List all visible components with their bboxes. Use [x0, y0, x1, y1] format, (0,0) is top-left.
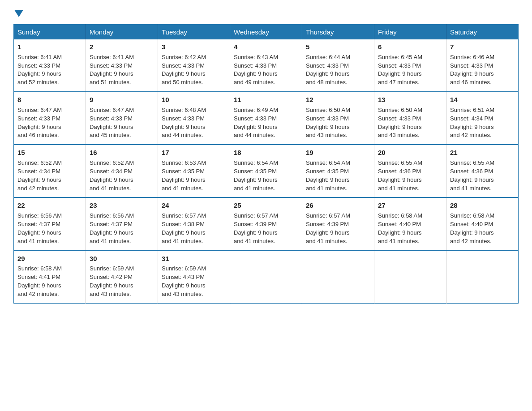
day-number: 21	[450, 148, 515, 158]
day-info: Sunrise: 6:56 AM Sunset: 4:37 PM Dayligh…	[17, 212, 82, 245]
logo-arrow-icon	[14, 10, 23, 17]
calendar-cell: 2 Sunrise: 6:41 AM Sunset: 4:33 PM Dayli…	[86, 39, 158, 92]
calendar-week-row: 22 Sunrise: 6:56 AM Sunset: 4:37 PM Dayl…	[14, 197, 519, 250]
calendar-cell: 3 Sunrise: 6:42 AM Sunset: 4:33 PM Dayli…	[158, 39, 230, 92]
calendar-cell: 10 Sunrise: 6:48 AM Sunset: 4:33 PM Dayl…	[158, 92, 230, 145]
day-info: Sunrise: 6:54 AM Sunset: 4:35 PM Dayligh…	[234, 159, 298, 193]
calendar-cell: 7 Sunrise: 6:46 AM Sunset: 4:33 PM Dayli…	[446, 39, 519, 92]
day-info: Sunrise: 6:49 AM Sunset: 4:33 PM Dayligh…	[234, 106, 298, 140]
calendar-cell	[302, 251, 374, 304]
day-header-thursday: Thursday	[302, 25, 374, 40]
day-info: Sunrise: 6:57 AM Sunset: 4:38 PM Dayligh…	[162, 212, 226, 245]
day-number: 31	[162, 254, 226, 264]
day-info: Sunrise: 6:48 AM Sunset: 4:33 PM Dayligh…	[162, 106, 226, 140]
calendar-header-row: SundayMondayTuesdayWednesdayThursdayFrid…	[14, 25, 519, 40]
day-number: 16	[90, 148, 154, 158]
day-number: 4	[234, 42, 298, 52]
day-number: 18	[234, 148, 298, 158]
calendar-cell: 18 Sunrise: 6:54 AM Sunset: 4:35 PM Dayl…	[230, 145, 302, 197]
calendar-cell: 22 Sunrise: 6:56 AM Sunset: 4:37 PM Dayl…	[14, 197, 86, 250]
day-info: Sunrise: 6:56 AM Sunset: 4:37 PM Dayligh…	[90, 212, 154, 245]
day-number: 10	[162, 95, 226, 105]
calendar-cell: 24 Sunrise: 6:57 AM Sunset: 4:38 PM Dayl…	[158, 197, 230, 250]
calendar-cell: 26 Sunrise: 6:57 AM Sunset: 4:39 PM Dayl…	[302, 197, 374, 250]
day-header-monday: Monday	[86, 25, 158, 40]
day-number: 13	[378, 95, 442, 105]
calendar-cell	[446, 251, 519, 304]
calendar-cell: 15 Sunrise: 6:52 AM Sunset: 4:34 PM Dayl…	[14, 145, 86, 197]
calendar-table: SundayMondayTuesdayWednesdayThursdayFrid…	[13, 24, 519, 304]
calendar-cell	[374, 251, 446, 304]
calendar-cell: 9 Sunrise: 6:47 AM Sunset: 4:33 PM Dayli…	[86, 92, 158, 145]
day-number: 5	[306, 42, 370, 52]
calendar-cell: 13 Sunrise: 6:50 AM Sunset: 4:33 PM Dayl…	[374, 92, 446, 145]
day-header-wednesday: Wednesday	[230, 25, 302, 40]
day-info: Sunrise: 6:41 AM Sunset: 4:33 PM Dayligh…	[17, 53, 82, 87]
day-info: Sunrise: 6:57 AM Sunset: 4:39 PM Dayligh…	[306, 212, 370, 245]
calendar-cell: 5 Sunrise: 6:44 AM Sunset: 4:33 PM Dayli…	[302, 39, 374, 92]
calendar-week-row: 1 Sunrise: 6:41 AM Sunset: 4:33 PM Dayli…	[14, 39, 519, 92]
day-header-sunday: Sunday	[14, 25, 86, 40]
day-number: 30	[90, 254, 154, 264]
calendar-cell: 23 Sunrise: 6:56 AM Sunset: 4:37 PM Dayl…	[86, 197, 158, 250]
day-number: 7	[450, 42, 515, 52]
day-number: 9	[90, 95, 154, 105]
day-info: Sunrise: 6:58 AM Sunset: 4:41 PM Dayligh…	[17, 265, 82, 298]
day-number: 27	[378, 201, 442, 210]
day-number: 6	[378, 42, 442, 52]
calendar-cell	[230, 251, 302, 304]
calendar-cell: 25 Sunrise: 6:57 AM Sunset: 4:39 PM Dayl…	[230, 197, 302, 250]
day-info: Sunrise: 6:46 AM Sunset: 4:33 PM Dayligh…	[450, 53, 515, 87]
day-info: Sunrise: 6:45 AM Sunset: 4:33 PM Dayligh…	[378, 53, 442, 87]
day-info: Sunrise: 6:52 AM Sunset: 4:34 PM Dayligh…	[17, 159, 82, 193]
day-info: Sunrise: 6:55 AM Sunset: 4:36 PM Dayligh…	[378, 159, 442, 193]
day-number: 29	[17, 254, 82, 264]
day-number: 15	[17, 148, 82, 158]
calendar-cell: 11 Sunrise: 6:49 AM Sunset: 4:33 PM Dayl…	[230, 92, 302, 145]
day-number: 2	[90, 42, 154, 52]
calendar-cell: 28 Sunrise: 6:58 AM Sunset: 4:40 PM Dayl…	[446, 197, 519, 250]
calendar-cell: 30 Sunrise: 6:59 AM Sunset: 4:42 PM Dayl…	[86, 251, 158, 304]
day-number: 8	[17, 95, 82, 105]
calendar-cell: 16 Sunrise: 6:52 AM Sunset: 4:34 PM Dayl…	[86, 145, 158, 197]
day-info: Sunrise: 6:43 AM Sunset: 4:33 PM Dayligh…	[234, 53, 298, 87]
day-number: 14	[450, 95, 515, 105]
day-number: 22	[17, 201, 82, 210]
calendar-cell: 17 Sunrise: 6:53 AM Sunset: 4:35 PM Dayl…	[158, 145, 230, 197]
calendar-cell: 19 Sunrise: 6:54 AM Sunset: 4:35 PM Dayl…	[302, 145, 374, 197]
day-header-friday: Friday	[374, 25, 446, 40]
day-number: 23	[90, 201, 154, 210]
calendar-week-row: 29 Sunrise: 6:58 AM Sunset: 4:41 PM Dayl…	[14, 251, 519, 304]
page-header	[13, 9, 519, 16]
day-number: 3	[162, 42, 226, 52]
day-header-saturday: Saturday	[446, 25, 519, 40]
day-number: 25	[234, 201, 298, 210]
day-info: Sunrise: 6:47 AM Sunset: 4:33 PM Dayligh…	[90, 106, 154, 140]
day-number: 1	[17, 42, 82, 52]
calendar-week-row: 8 Sunrise: 6:47 AM Sunset: 4:33 PM Dayli…	[14, 92, 519, 145]
day-info: Sunrise: 6:50 AM Sunset: 4:33 PM Dayligh…	[378, 106, 442, 140]
day-info: Sunrise: 6:50 AM Sunset: 4:33 PM Dayligh…	[306, 106, 370, 140]
calendar-cell: 14 Sunrise: 6:51 AM Sunset: 4:34 PM Dayl…	[446, 92, 519, 145]
calendar-cell: 31 Sunrise: 6:59 AM Sunset: 4:43 PM Dayl…	[158, 251, 230, 304]
day-number: 19	[306, 148, 370, 158]
day-number: 24	[162, 201, 226, 210]
calendar-cell: 12 Sunrise: 6:50 AM Sunset: 4:33 PM Dayl…	[302, 92, 374, 145]
calendar-cell: 21 Sunrise: 6:55 AM Sunset: 4:36 PM Dayl…	[446, 145, 519, 197]
day-number: 17	[162, 148, 226, 158]
day-number: 12	[306, 95, 370, 105]
calendar-cell: 29 Sunrise: 6:58 AM Sunset: 4:41 PM Dayl…	[14, 251, 86, 304]
logo	[13, 9, 23, 16]
day-info: Sunrise: 6:59 AM Sunset: 4:43 PM Dayligh…	[162, 265, 226, 298]
calendar-cell: 27 Sunrise: 6:58 AM Sunset: 4:40 PM Dayl…	[374, 197, 446, 250]
day-info: Sunrise: 6:58 AM Sunset: 4:40 PM Dayligh…	[378, 212, 442, 245]
day-number: 20	[378, 148, 442, 158]
day-info: Sunrise: 6:58 AM Sunset: 4:40 PM Dayligh…	[450, 212, 515, 245]
day-info: Sunrise: 6:55 AM Sunset: 4:36 PM Dayligh…	[450, 159, 515, 193]
day-info: Sunrise: 6:57 AM Sunset: 4:39 PM Dayligh…	[234, 212, 298, 245]
day-info: Sunrise: 6:42 AM Sunset: 4:33 PM Dayligh…	[162, 53, 226, 87]
day-info: Sunrise: 6:54 AM Sunset: 4:35 PM Dayligh…	[306, 159, 370, 193]
calendar-cell: 20 Sunrise: 6:55 AM Sunset: 4:36 PM Dayl…	[374, 145, 446, 197]
calendar-cell: 8 Sunrise: 6:47 AM Sunset: 4:33 PM Dayli…	[14, 92, 86, 145]
day-info: Sunrise: 6:47 AM Sunset: 4:33 PM Dayligh…	[17, 106, 82, 140]
